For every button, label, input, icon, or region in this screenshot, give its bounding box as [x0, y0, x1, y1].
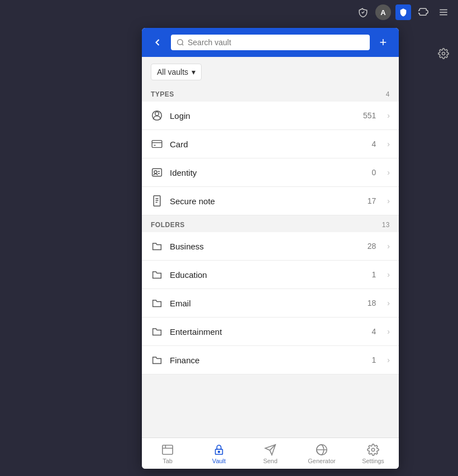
entertainment-label: Entertainment	[170, 327, 365, 336]
settings-nav-label: Settings	[362, 458, 384, 464]
login-chevron-icon: ›	[387, 111, 390, 120]
business-label: Business	[170, 242, 361, 251]
entertainment-count: 4	[372, 327, 376, 336]
identity-item[interactable]: Identity 0 ›	[142, 158, 399, 187]
vault-dropdown-button[interactable]: All vaults ▾	[151, 64, 202, 80]
svg-rect-17	[163, 445, 173, 455]
finance-folder-item[interactable]: Finance 1 ›	[142, 346, 399, 374]
types-label: TYPES	[151, 90, 174, 98]
send-nav-item[interactable]: Send	[245, 438, 296, 469]
login-item[interactable]: Login 551 ›	[142, 102, 399, 130]
entertainment-chevron-icon: ›	[387, 327, 390, 336]
settings-nav-item[interactable]: Settings	[347, 438, 399, 469]
gear-icon[interactable]	[435, 45, 452, 62]
folders-section-header: FOLDERS 13	[142, 215, 399, 232]
folder-icon	[151, 268, 163, 281]
card-icon	[151, 138, 163, 150]
folder-icon	[151, 240, 163, 252]
tab-nav-label: Tab	[163, 458, 173, 464]
email-label: Email	[170, 299, 361, 308]
secure-note-item[interactable]: Secure note 17 ›	[142, 187, 399, 215]
avatar-icon[interactable]: A	[375, 4, 391, 20]
login-icon	[151, 109, 163, 122]
svg-rect-13	[154, 196, 160, 206]
folders-count: 13	[382, 221, 390, 229]
folder-icon	[151, 325, 163, 338]
finance-label: Finance	[170, 355, 365, 365]
tab-icon	[161, 444, 174, 456]
vault-nav-label: Vault	[212, 458, 226, 464]
vault-icon	[213, 444, 225, 456]
send-icon	[264, 444, 276, 456]
education-chevron-icon: ›	[387, 270, 390, 279]
education-count: 1	[372, 270, 376, 279]
entertainment-folder-item[interactable]: Entertainment 4 ›	[142, 318, 399, 346]
note-icon	[151, 195, 163, 207]
identity-label: Identity	[170, 168, 365, 177]
svg-point-12	[154, 171, 157, 174]
education-folder-item[interactable]: Education 1 ›	[142, 261, 399, 289]
extension-icon[interactable]	[416, 4, 431, 20]
svg-point-21	[218, 451, 220, 453]
search-bar[interactable]	[171, 35, 370, 50]
tab-nav-item[interactable]: Tab	[142, 438, 193, 469]
svg-point-6	[155, 112, 159, 116]
education-label: Education	[170, 270, 365, 280]
types-section-header: TYPES 4	[142, 85, 399, 102]
business-count: 28	[368, 242, 376, 251]
search-icon	[176, 39, 184, 46]
email-folder-item[interactable]: Email 18 ›	[142, 289, 399, 318]
email-count: 18	[368, 299, 376, 307]
generator-nav-item[interactable]: Generator	[296, 438, 347, 469]
menu-icon[interactable]	[436, 4, 451, 20]
search-input[interactable]	[188, 38, 364, 47]
back-icon[interactable]	[149, 33, 166, 51]
identity-count: 0	[372, 168, 376, 177]
card-chevron-icon: ›	[387, 140, 390, 148]
email-chevron-icon: ›	[387, 299, 390, 307]
generator-nav-label: Generator	[308, 458, 336, 464]
svg-point-25	[371, 448, 375, 451]
identity-chevron-icon: ›	[387, 168, 390, 177]
secure-note-chevron-icon: ›	[387, 196, 390, 205]
card-count: 4	[372, 140, 376, 148]
generator-icon	[316, 444, 328, 456]
vault-selector: All vaults ▾	[142, 57, 399, 85]
shield-checkmark-icon[interactable]	[355, 4, 371, 20]
send-nav-label: Send	[263, 458, 278, 464]
folder-icon	[151, 354, 163, 366]
finance-count: 1	[372, 355, 376, 364]
chevron-down-icon: ▾	[192, 68, 195, 76]
bitwarden-icon[interactable]	[395, 4, 411, 20]
svg-point-3	[442, 52, 445, 55]
types-count: 4	[386, 90, 390, 98]
svg-line-5	[182, 44, 184, 46]
folder-icon	[151, 297, 163, 309]
svg-rect-8	[152, 141, 162, 148]
identity-icon	[151, 166, 163, 179]
popup-header: +	[142, 28, 399, 57]
login-label: Login	[170, 111, 356, 121]
secure-note-count: 17	[368, 196, 376, 205]
card-label: Card	[170, 140, 365, 149]
card-item[interactable]: Card 4 ›	[142, 130, 399, 158]
business-chevron-icon: ›	[387, 242, 390, 251]
svg-point-4	[178, 40, 183, 45]
settings-icon	[367, 444, 379, 456]
bottom-nav: Tab Vault Send	[142, 437, 399, 469]
bitwarden-popup: + All vaults ▾ TYPES 4 Login	[142, 28, 399, 469]
login-count: 551	[363, 111, 376, 120]
secure-note-label: Secure note	[170, 196, 361, 206]
folders-label: FOLDERS	[151, 221, 185, 229]
browser-toolbar: A	[0, 0, 458, 25]
add-button[interactable]: +	[374, 33, 392, 51]
vault-dropdown-label: All vaults	[157, 68, 188, 76]
vault-nav-item[interactable]: Vault	[193, 438, 245, 469]
finance-chevron-icon: ›	[387, 355, 390, 364]
popup-content: All vaults ▾ TYPES 4 Login 551 ›	[142, 57, 399, 437]
business-folder-item[interactable]: Business 28 ›	[142, 232, 399, 261]
